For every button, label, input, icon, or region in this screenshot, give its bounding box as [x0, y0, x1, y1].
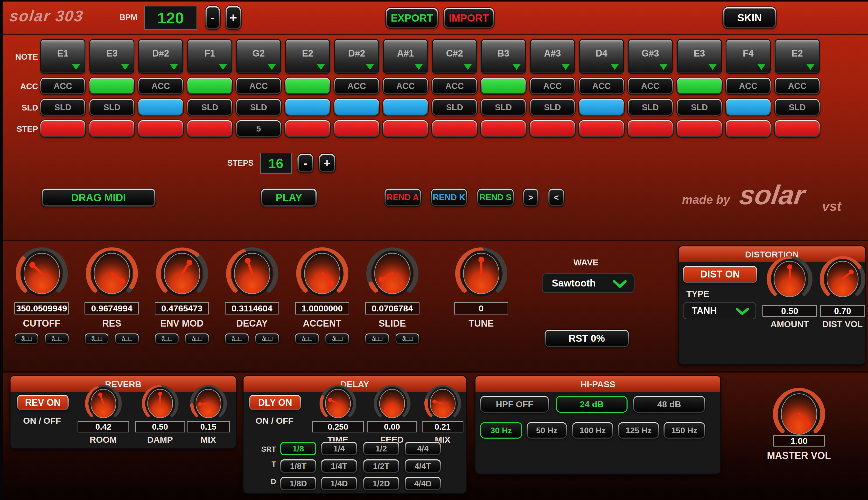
- time-knob[interactable]: [319, 385, 357, 422]
- step-button-step-1[interactable]: [40, 120, 85, 137]
- slide-nudge-right-button[interactable]: â□□: [396, 333, 419, 344]
- drag-midi-button[interactable]: DRAG MIDI: [42, 189, 155, 207]
- dist-vol-knob[interactable]: [820, 256, 866, 302]
- acc-button-step-9[interactable]: ACC: [432, 78, 477, 94]
- hipass-freq-50-hz-button[interactable]: 50 Hz: [526, 422, 567, 439]
- accent-knob[interactable]: [296, 247, 349, 300]
- accent-value[interactable]: 1.0000000: [295, 302, 349, 315]
- step-button-step-14[interactable]: [677, 120, 722, 137]
- decay-nudge-left-button[interactable]: â□□: [225, 333, 248, 344]
- note-button-step-4[interactable]: F1: [187, 39, 232, 74]
- sld-button-step-16[interactable]: SLD: [775, 99, 820, 116]
- sld-button-step-5[interactable]: SLD: [236, 99, 281, 116]
- res-knob[interactable]: [85, 247, 138, 300]
- note-button-step-5[interactable]: G2: [236, 39, 281, 74]
- hipass-freq-100-hz-button[interactable]: 100 Hz: [572, 422, 613, 439]
- slide-value[interactable]: 0.0706784: [365, 302, 419, 315]
- note-button-step-6[interactable]: E2: [285, 39, 330, 74]
- dly-on-button[interactable]: DLY ON: [249, 395, 301, 410]
- sld-button-step-4[interactable]: SLD: [187, 99, 232, 116]
- skin-button[interactable]: SKIN: [723, 7, 776, 28]
- note-button-step-13[interactable]: G#3: [628, 39, 673, 74]
- reset-cutoff-button[interactable]: RST 0%: [545, 330, 629, 347]
- delay-sync-1-2t-button[interactable]: 1/2T: [363, 459, 399, 473]
- tune-value[interactable]: 0: [454, 302, 508, 315]
- delay-sync-4-4t-button[interactable]: 4/4T: [405, 459, 441, 473]
- bpm-minus-button[interactable]: -: [206, 6, 220, 29]
- accent-nudge-right-button[interactable]: â□□: [325, 333, 349, 344]
- step-button-step-2[interactable]: [89, 120, 134, 137]
- acc-button-step-3[interactable]: ACC: [138, 78, 183, 94]
- delay-sync-1-4t-button[interactable]: 1/4T: [321, 459, 357, 473]
- delay-sync-1-8t-button[interactable]: 1/8T: [280, 459, 316, 473]
- note-button-step-14[interactable]: E3: [677, 39, 722, 74]
- acc-button-step-10[interactable]: [481, 78, 526, 94]
- sld-button-step-15[interactable]: [726, 99, 771, 116]
- hipass-freq-150-hz-button[interactable]: 150 Hz: [663, 422, 705, 439]
- acc-button-step-15[interactable]: ACC: [726, 78, 771, 94]
- rev-mix-knob[interactable]: [190, 385, 227, 422]
- slide-nudge-left-button[interactable]: â□□: [365, 333, 389, 344]
- prev-button[interactable]: <: [548, 189, 564, 206]
- delay-sync-1-8-button[interactable]: 1/8: [280, 442, 316, 455]
- note-button-step-3[interactable]: D#2: [138, 39, 183, 74]
- note-button-step-16[interactable]: E2: [775, 39, 820, 74]
- note-button-step-1[interactable]: E1: [40, 39, 85, 74]
- sld-button-step-6[interactable]: [285, 99, 330, 116]
- delay-sync-4-4-button[interactable]: 4/4: [405, 442, 441, 455]
- acc-button-step-6[interactable]: [285, 78, 330, 94]
- decay-knob[interactable]: [226, 247, 278, 300]
- step-button-step-7[interactable]: [334, 120, 379, 137]
- dist-vol-value[interactable]: 0.70: [820, 305, 865, 317]
- import-button[interactable]: IMPORT: [444, 8, 494, 28]
- sld-button-step-13[interactable]: SLD: [628, 99, 673, 116]
- note-button-step-8[interactable]: A#1: [383, 39, 428, 74]
- res-nudge-right-button[interactable]: â□□: [115, 333, 139, 344]
- bpm-plus-button[interactable]: +: [225, 6, 241, 29]
- delay-sync-4-4d-button[interactable]: 4/4D: [405, 477, 441, 490]
- sld-button-step-14[interactable]: SLD: [677, 99, 722, 116]
- slide-knob[interactable]: [366, 247, 419, 300]
- sld-button-step-9[interactable]: SLD: [432, 99, 477, 116]
- env-mod-nudge-right-button[interactable]: â□□: [185, 333, 209, 344]
- acc-button-step-14[interactable]: [677, 78, 722, 94]
- time-value[interactable]: 0.250: [312, 421, 364, 432]
- hipass-slope-24-db-button[interactable]: 24 dB: [556, 396, 627, 413]
- acc-button-step-7[interactable]: ACC: [334, 78, 379, 94]
- hipass-slope-48-db-button[interactable]: 48 dB: [633, 396, 705, 413]
- res-nudge-left-button[interactable]: â□□: [85, 333, 108, 344]
- acc-button-step-16[interactable]: ACC: [775, 78, 820, 94]
- step-button-step-11[interactable]: [530, 120, 575, 137]
- hipass-freq-30-hz-button[interactable]: 30 Hz: [480, 422, 522, 439]
- room-knob[interactable]: [85, 385, 122, 422]
- rend-s-button[interactable]: REND S: [477, 189, 514, 206]
- sld-button-step-7[interactable]: [334, 99, 379, 116]
- bpm-display[interactable]: 120: [144, 5, 197, 30]
- master-vol-knob[interactable]: [773, 388, 825, 440]
- decay-value[interactable]: 0.3114604: [225, 302, 279, 315]
- dist-amount-value[interactable]: 0.50: [762, 305, 817, 317]
- step-button-step-15[interactable]: [726, 120, 771, 137]
- step-button-step-16[interactable]: [775, 120, 820, 137]
- delay-sync-1-8d-button[interactable]: 1/8D: [280, 477, 316, 490]
- step-button-step-10[interactable]: [481, 120, 526, 137]
- sld-button-step-12[interactable]: [579, 99, 624, 116]
- dist-amount-knob[interactable]: [766, 256, 813, 302]
- decay-nudge-right-button[interactable]: â□□: [255, 333, 279, 344]
- step-button-step-13[interactable]: [628, 120, 673, 137]
- hipass-slope-hpf-off-button[interactable]: HPF OFF: [480, 396, 549, 413]
- env-mod-value[interactable]: 0.4765473: [155, 302, 209, 315]
- dist-on-button[interactable]: DIST ON: [683, 266, 757, 283]
- rev-on-button[interactable]: REV ON: [17, 395, 69, 410]
- feed-knob[interactable]: [373, 385, 411, 422]
- dly-mix-knob[interactable]: [424, 385, 461, 422]
- sld-button-step-11[interactable]: SLD: [530, 99, 575, 116]
- sld-button-step-8[interactable]: [383, 99, 428, 116]
- delay-sync-1-2-button[interactable]: 1/2: [363, 442, 399, 455]
- delay-sync-1-4d-button[interactable]: 1/4D: [321, 477, 357, 490]
- sld-button-step-1[interactable]: SLD: [40, 99, 85, 116]
- step-button-step-12[interactable]: [579, 120, 624, 137]
- next-button[interactable]: >: [523, 189, 539, 206]
- dist-type-dropdown[interactable]: TANH: [683, 302, 756, 319]
- note-button-step-12[interactable]: D4: [579, 39, 624, 74]
